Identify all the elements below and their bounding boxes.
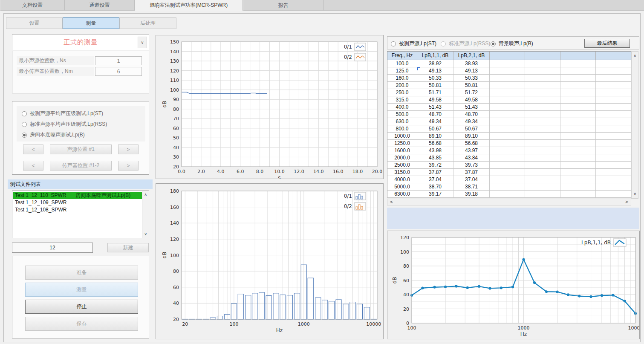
- table-cell[interactable]: [596, 147, 631, 154]
- table-cell[interactable]: 49.34: [453, 118, 490, 125]
- subtab-postprocess[interactable]: 后处理: [119, 17, 176, 29]
- table-cell[interactable]: 49.58: [417, 96, 453, 103]
- table-cell[interactable]: [596, 110, 631, 118]
- table-cell[interactable]: [596, 125, 631, 132]
- chevron-down-icon[interactable]: ∨: [138, 37, 147, 48]
- table-cell[interactable]: 400.0: [387, 103, 417, 110]
- table-cell[interactable]: 39.73: [453, 161, 490, 168]
- table-cell[interactable]: [490, 190, 525, 197]
- tab-channel-settings[interactable]: 通道设置: [65, 0, 134, 11]
- table-cell[interactable]: [490, 168, 525, 176]
- table-cell[interactable]: 50.33: [417, 74, 453, 81]
- source-prev-button[interactable]: <: [23, 145, 43, 154]
- table-cell[interactable]: 48.70: [453, 110, 490, 118]
- save-button[interactable]: 保存: [25, 317, 138, 331]
- table-cell[interactable]: 56.68: [453, 139, 490, 147]
- table-cell[interactable]: [525, 139, 560, 147]
- table-cell[interactable]: [596, 103, 631, 110]
- table-cell[interactable]: 51.43: [453, 103, 490, 110]
- table-header-cell[interactable]: [490, 52, 525, 60]
- table-cell[interactable]: 2500.0: [387, 161, 417, 168]
- table-cell[interactable]: [490, 81, 525, 89]
- table-cell[interactable]: 51.72: [453, 89, 490, 96]
- tab-mcr-spwr[interactable]: 混响室法测试声功率(MCR-SPWR): [134, 0, 243, 11]
- table-cell[interactable]: [560, 81, 596, 89]
- mic-prev-button[interactable]: <: [23, 161, 43, 171]
- table-cell[interactable]: 37.87: [417, 168, 453, 176]
- table-header-cell[interactable]: Freq., Hz: [387, 52, 417, 60]
- scroll-left-icon[interactable]: <: [390, 200, 393, 204]
- table-cell[interactable]: [525, 110, 560, 118]
- scroll-down-icon[interactable]: ∨: [633, 192, 636, 196]
- table-cell[interactable]: [596, 67, 631, 74]
- table-cell[interactable]: [560, 118, 596, 125]
- list-item[interactable]: Test 1_12_109_SPWR: [13, 199, 142, 206]
- table-cell[interactable]: [560, 147, 596, 154]
- table-cell[interactable]: [560, 161, 596, 168]
- radio-lp-rss[interactable]: 标准声源平均声压级测试,Lp(RSS): [22, 121, 107, 128]
- table-cell[interactable]: [596, 132, 631, 139]
- table-cell[interactable]: 1600.0: [387, 147, 417, 154]
- table-cell[interactable]: [525, 183, 560, 190]
- measure-mode-combobox[interactable]: 正式的测量 ∨: [12, 34, 149, 50]
- table-cell[interactable]: [490, 154, 525, 161]
- table-cell[interactable]: 50.33: [453, 74, 490, 81]
- table-cell[interactable]: [596, 60, 631, 67]
- table-cell[interactable]: 49.34: [417, 118, 453, 125]
- table-vscrollbar[interactable]: ∧ ∨: [631, 51, 638, 199]
- table-cell[interactable]: 100.0: [387, 60, 417, 67]
- table-cell[interactable]: [525, 190, 560, 197]
- table-cell[interactable]: [596, 74, 631, 81]
- table-cell[interactable]: 37.87: [453, 168, 490, 176]
- table-cell[interactable]: [490, 60, 525, 67]
- table-cell[interactable]: [560, 67, 596, 74]
- table-cell[interactable]: 6300.0: [387, 190, 417, 197]
- table-cell[interactable]: [596, 139, 631, 147]
- file-list-scrollbar[interactable]: ∧ ∨: [142, 191, 149, 238]
- table-cell[interactable]: 37.04: [453, 176, 490, 183]
- table-cell[interactable]: 160.0: [387, 74, 417, 81]
- table-cell[interactable]: 630.0: [387, 118, 417, 125]
- scroll-right-icon[interactable]: >: [625, 200, 629, 204]
- table-cell[interactable]: [596, 176, 631, 183]
- table-cell[interactable]: 800.0: [387, 125, 417, 132]
- table-cell[interactable]: 3150.0: [387, 168, 417, 176]
- table-cell[interactable]: 43.98: [417, 147, 453, 154]
- table-header-cell[interactable]: [596, 52, 631, 60]
- table-cell[interactable]: [490, 147, 525, 154]
- table-cell[interactable]: [525, 132, 560, 139]
- table-cell[interactable]: [525, 103, 560, 110]
- new-test-button[interactable]: 新建: [107, 243, 149, 252]
- table-header-cell[interactable]: LpB,2,1, dB: [453, 52, 490, 60]
- table-cell[interactable]: 39.72: [417, 161, 453, 168]
- table-cell[interactable]: [490, 161, 525, 168]
- table-cell[interactable]: [596, 190, 631, 197]
- table-cell[interactable]: [596, 96, 631, 103]
- table-cell[interactable]: [560, 103, 596, 110]
- table-header-cell[interactable]: LpB,1,1, dB: [417, 52, 453, 60]
- list-item[interactable]: Test 1_12_108_SPWR: [13, 206, 142, 214]
- table-cell[interactable]: [525, 96, 560, 103]
- radio-result-lp-b[interactable]: 背景噪声,Lp(B): [491, 40, 533, 47]
- table-cell[interactable]: 1250.0: [387, 139, 417, 147]
- table-cell[interactable]: [490, 89, 525, 96]
- table-cell[interactable]: 37.04: [417, 176, 453, 183]
- radio-result-lp-st[interactable]: 被测声源,Lp(ST): [391, 40, 436, 47]
- table-cell[interactable]: 50.81: [417, 81, 453, 89]
- table-cell[interactable]: 2000.0: [387, 154, 417, 161]
- table-cell[interactable]: [490, 110, 525, 118]
- source-next-button[interactable]: >: [118, 145, 139, 154]
- table-cell[interactable]: 200.0: [387, 81, 417, 89]
- table-cell[interactable]: 500.0: [387, 110, 417, 118]
- table-cell[interactable]: 38.92: [417, 60, 453, 67]
- table-header-cell[interactable]: [560, 52, 596, 60]
- table-cell[interactable]: 43.97: [453, 147, 490, 154]
- table-cell[interactable]: [560, 96, 596, 103]
- table-cell[interactable]: [560, 139, 596, 147]
- subtab-settings[interactable]: 设置: [6, 17, 63, 29]
- table-cell[interactable]: 49.13: [453, 67, 490, 74]
- scroll-up-icon[interactable]: ∧: [633, 54, 636, 58]
- table-cell[interactable]: 49.13: [417, 67, 453, 74]
- table-cell[interactable]: [490, 67, 525, 74]
- table-cell[interactable]: 38.71: [453, 183, 490, 190]
